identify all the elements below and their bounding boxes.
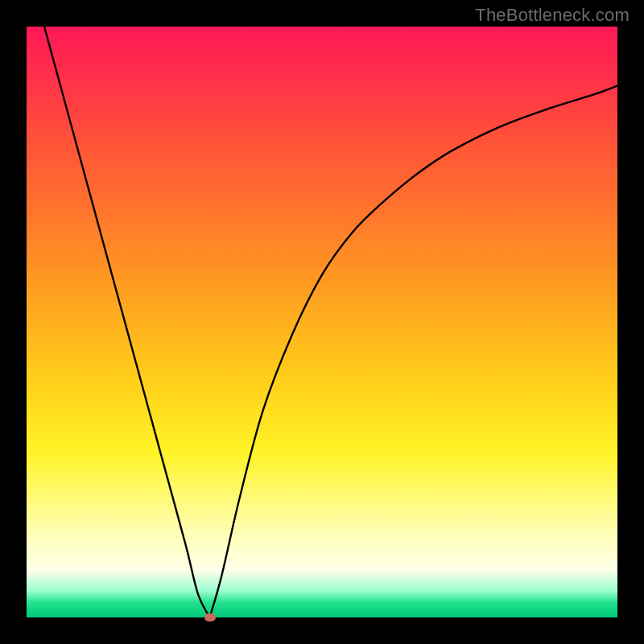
bottleneck-curve bbox=[27, 27, 617, 617]
watermark-text: TheBottleneck.com bbox=[475, 5, 630, 26]
plot-area bbox=[27, 27, 617, 617]
curve-left-branch bbox=[44, 27, 210, 617]
curve-right-branch bbox=[210, 85, 617, 617]
chart-frame: TheBottleneck.com bbox=[0, 0, 644, 644]
optimal-point-marker bbox=[204, 613, 216, 621]
